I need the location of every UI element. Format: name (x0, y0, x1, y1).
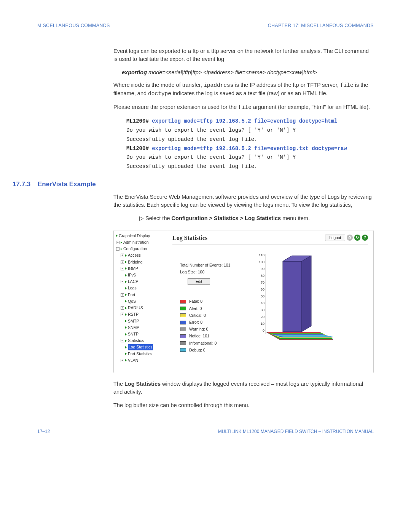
expand-icon[interactable]: + (121, 293, 124, 297)
legend: Fatal: 0 Alert: 0 Critical: 0 Error: 0 W… (180, 299, 249, 353)
total-events: Total Number of Events: 101 (180, 262, 249, 268)
tree-igmp[interactable]: +IGMP (116, 265, 165, 272)
tree-port[interactable]: +Port (116, 292, 165, 298)
arrow-icon (125, 313, 127, 316)
tree-sntp[interactable]: SNTP (116, 331, 165, 337)
arrow-icon (125, 287, 127, 289)
legend-error: Error: 0 (180, 320, 249, 325)
expand-icon[interactable]: + (121, 359, 124, 362)
arrow-icon (116, 235, 118, 237)
expand-icon[interactable]: + (121, 254, 124, 257)
triangle-icon: ▷ (139, 215, 145, 221)
page-footer: 17–12 MULTILINK ML1200 MANAGED FIELD SWI… (37, 428, 374, 435)
tree-graphical[interactable]: Graphical Display (116, 233, 165, 239)
tree-statistics[interactable]: −Statistics (116, 337, 165, 344)
tree-ipv6[interactable]: IPv6 (116, 272, 165, 278)
bar-chart-3d: 110 100 90 80 70 60 50 40 30 20 10 0 (252, 254, 332, 343)
svg-marker-5 (283, 261, 302, 332)
tree-smtp[interactable]: SMTP (116, 318, 165, 324)
swatch-icon (180, 348, 186, 352)
print-icon[interactable]: ⎙ (347, 235, 353, 241)
arrow-icon (125, 261, 127, 263)
expand-icon[interactable]: + (116, 241, 119, 244)
footer-title: MULTILINK ML1200 MANAGED FIELD SWITCH – … (218, 428, 374, 435)
page-header: MISCELLANEOUS COMMANDS CHAPTER 17: MISCE… (37, 22, 374, 29)
swatch-icon (180, 313, 186, 317)
legend-notice: Notice: 101 (180, 333, 249, 339)
legend-debug: Debug: 0 (180, 347, 249, 353)
swatch-icon (180, 300, 186, 304)
legend-fatal: Fatal: 0 (180, 299, 249, 304)
expand-icon[interactable]: + (121, 313, 124, 316)
collapse-icon[interactable]: − (116, 247, 119, 251)
arrow-icon (125, 359, 127, 361)
swatch-icon (180, 321, 186, 324)
refresh-icon[interactable]: ↻ (354, 235, 360, 241)
main-panel: Log Statistics Logout ⎙ ↻ ? Total Number… (167, 230, 373, 373)
para-logstats: The Log Statistics window displays the l… (113, 380, 374, 396)
tree-vlan[interactable]: +VLAN (116, 357, 165, 364)
panel-title: Log Statistics (172, 233, 207, 242)
y-axis (266, 254, 266, 334)
arrow-icon (125, 333, 127, 335)
legend-critical: Critical: 0 (180, 313, 249, 318)
expand-icon[interactable]: + (121, 280, 124, 283)
edit-button[interactable]: Edit (188, 278, 210, 285)
nav-tree: Graphical Display +Administration −Confi… (114, 230, 167, 373)
tree-snmp[interactable]: SNMP (116, 324, 165, 331)
arrow-icon (121, 248, 122, 250)
arrow-icon (125, 274, 127, 276)
tree-admin[interactable]: +Administration (116, 239, 165, 246)
tree-logstats[interactable]: Log Statistics (116, 344, 165, 350)
arrow-icon (125, 307, 127, 309)
arrow-icon (125, 294, 127, 296)
syntax-cmd: exportlog (122, 69, 147, 75)
arrow-icon (125, 353, 127, 355)
expand-icon[interactable]: + (121, 267, 124, 270)
logout-button[interactable]: Logout (325, 235, 345, 241)
tree-bridging[interactable]: +Bridging (116, 259, 165, 265)
arrow-icon (125, 340, 127, 342)
step-1: ▷ Select the Configuration > Statistics … (147, 214, 374, 222)
arrow-icon (121, 241, 122, 244)
para-buffer: The log buffer size can be controlled th… (113, 401, 374, 409)
arrow-icon (125, 346, 127, 348)
expand-icon[interactable]: + (121, 260, 124, 264)
arrow-icon (125, 267, 127, 270)
para-enervista: The EnerVista Secure Web Management soft… (113, 193, 374, 209)
footer-page: 17–12 (37, 428, 50, 435)
swatch-icon (180, 328, 186, 331)
header-left: MISCELLANEOUS COMMANDS (37, 22, 110, 29)
expand-icon[interactable]: + (121, 306, 124, 310)
tree-rstp[interactable]: +RSTP (116, 311, 165, 318)
section-title: EnerVista Example (38, 180, 96, 189)
tree-radius[interactable]: +RADIUS (116, 305, 165, 311)
bar-notice (279, 256, 315, 335)
section-heading: 17.7.3 EnerVista Example (13, 180, 374, 189)
cli-example: ML1200# exportlog mode=tftp 192.168.5.2 … (126, 117, 374, 171)
log-size: Log Size: 100 (180, 269, 249, 275)
tree-logs[interactable]: Logs (116, 285, 165, 291)
tree-lacp[interactable]: +LACP (116, 278, 165, 285)
arrow-icon (125, 326, 127, 329)
svg-marker-6 (302, 256, 311, 332)
collapse-icon[interactable]: − (121, 339, 124, 342)
enervista-screenshot: Graphical Display +Administration −Confi… (113, 230, 374, 373)
syntax-line: exportlog mode=<serial|tftp|ftp> <ipaddr… (122, 69, 374, 77)
arrow-icon (125, 254, 127, 257)
swatch-icon (180, 307, 186, 310)
tree-config[interactable]: −Configuration (116, 246, 165, 252)
legend-informational: Informational: 0 (180, 340, 249, 346)
section-number: 17.7.3 (13, 180, 33, 189)
tree-portstats[interactable]: Port Statistics (116, 351, 165, 357)
help-icon[interactable]: ? (362, 235, 368, 241)
arrow-icon (125, 320, 127, 322)
swatch-icon (180, 341, 186, 345)
arrow-icon (125, 300, 127, 302)
tree-access[interactable]: +Access (116, 252, 165, 259)
swatch-icon (180, 334, 186, 338)
para-intro: Event logs can be exported to a ftp or a… (113, 47, 374, 63)
para-where: Where mode is the mode of transfer, ipad… (113, 81, 374, 98)
syntax-rest: mode=<serial|tftp|ftp> <ipaddress> file=… (147, 69, 317, 75)
tree-qos[interactable]: QoS (116, 298, 165, 305)
